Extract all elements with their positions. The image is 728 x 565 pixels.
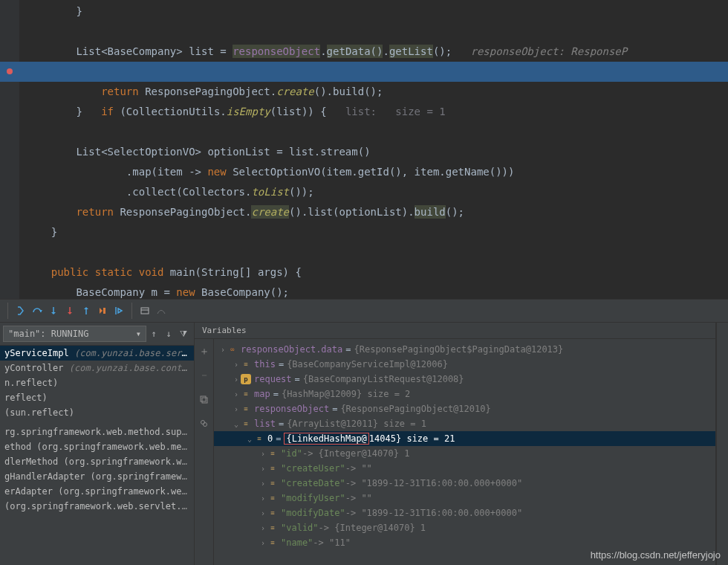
field-icon: ≡ (267, 537, 278, 548)
chevron-down-icon[interactable]: ⌄ (245, 435, 254, 443)
chevron-right-icon[interactable]: › (218, 346, 227, 354)
chevron-right-icon[interactable]: › (232, 375, 241, 384)
chevron-right-icon[interactable]: › (259, 509, 267, 517)
frame-row[interactable]: erAdapter (org.springframework.web.servl… (0, 484, 194, 499)
field-icon: ≡ (267, 478, 278, 488)
filter-icon[interactable]: ⧩ (176, 329, 191, 339)
variable-row[interactable]: ›≡"valid" -> {Integer@14070} 1 (214, 520, 715, 535)
chevron-right-icon[interactable]: › (232, 361, 241, 369)
prev-frame-icon[interactable]: ↑ (146, 329, 161, 339)
frame-row[interactable]: (org.springframework.web.servlet.mvc.met… (0, 499, 194, 514)
run-to-cursor-icon[interactable] (111, 303, 127, 319)
frame-row[interactable]: ethod (org.springframework.web.method.su (0, 439, 194, 454)
right-strip (716, 323, 728, 565)
variables-title: Variables (195, 323, 715, 339)
evaluate-icon[interactable] (137, 303, 153, 319)
code-line: } (0, 102, 728, 122)
variable-row[interactable]: ›≡this = {BaseCompanyServiceImpl@12006} (214, 357, 715, 372)
svg-point-6 (201, 420, 205, 424)
variable-row[interactable]: ⌄≡0 = {LinkedHashMap@14045} size = 21 (214, 431, 715, 446)
code-line: List<SelectOptionVO> optionList = list.s… (0, 142, 728, 162)
variable-row[interactable]: ›≡"createDate" -> "1899-12-31T16:00:00.0… (214, 476, 715, 491)
code-line: .collect(Collectors.toList()); (0, 182, 728, 202)
chevron-right-icon[interactable]: › (259, 524, 267, 532)
add-watch-icon[interactable]: ＋ (196, 343, 212, 360)
variable-row[interactable]: ›∞responseObject.data = {ResponsePagingO… (214, 342, 715, 357)
variable-row[interactable]: ›prequest = {BaseCompanyListRequest@1200… (214, 372, 715, 387)
step-into-icon[interactable] (45, 303, 62, 319)
code-line: } (0, 1, 728, 22)
chevron-right-icon[interactable]: › (259, 494, 267, 503)
variable-row[interactable]: ›≡responseObject = {ResponsePagingObject… (214, 401, 715, 416)
frame-row[interactable]: yServiceImpl (com.yunzai.base.service.im… (0, 346, 194, 361)
step-out-icon[interactable] (78, 303, 94, 319)
force-step-into-icon[interactable] (62, 303, 78, 319)
copy-icon[interactable] (196, 391, 212, 407)
code-line (0, 122, 728, 142)
field-icon: ≡ (267, 523, 278, 533)
frame-row[interactable]: yController (com.yunzai.base.controller) (0, 361, 194, 375)
code-line (0, 242, 728, 262)
remove-watch-icon[interactable]: － (196, 367, 212, 384)
param-icon: p (241, 374, 251, 384)
drop-frame-icon[interactable] (94, 303, 111, 319)
field-icon: ≡ (254, 433, 264, 444)
code-line: return ResponsePagingObject.create().bui… (0, 82, 728, 102)
svg-point-0 (7, 68, 13, 74)
svg-point-7 (204, 422, 207, 426)
code-line: .map(item -> new SelectOptionVO(item.get… (0, 162, 728, 182)
chevron-right-icon[interactable]: › (259, 480, 267, 488)
frame-row[interactable]: rg.springframework.web.method.support) (0, 424, 194, 439)
code-editor[interactable]: } List<BaseCompany> list = responseObjec… (0, 0, 728, 299)
field-icon: ≡ (267, 463, 278, 474)
next-frame-icon[interactable]: ↓ (161, 329, 176, 339)
code-line: } (0, 222, 728, 242)
step-over-icon[interactable] (29, 303, 45, 319)
field-icon: ≡ (267, 493, 278, 503)
watermark: https://blog.csdn.net/jefferyjojo (591, 549, 721, 561)
variable-row[interactable]: ›≡"createUser" -> "" (214, 461, 715, 476)
frame-row[interactable]: dlerMethod (org.springframework.web.serv (0, 454, 194, 469)
code-line: return ResponsePagingObject.create().lis… (0, 202, 728, 222)
frame-row[interactable]: (sun.reflect) (0, 405, 194, 420)
field-icon: ≡ (267, 448, 278, 459)
chevron-right-icon[interactable]: › (259, 450, 267, 458)
chevron-right-icon[interactable]: › (232, 405, 241, 413)
variables-pane: Variables ＋ － ›∞responseObject.data = {R… (195, 323, 716, 565)
chevron-right-icon[interactable]: › (259, 539, 267, 547)
glasses-icon: ∞ (227, 344, 238, 355)
chevron-down-icon[interactable]: ⌄ (232, 420, 241, 428)
field-icon: ≡ (241, 359, 251, 369)
frame-row[interactable]: n.reflect) (0, 375, 194, 390)
frame-row[interactable]: gHandlerAdapter (org.springframework.we (0, 469, 194, 484)
chevron-right-icon[interactable]: › (232, 390, 241, 398)
svg-rect-1 (103, 308, 105, 314)
debug-panel: "main": RUNNING ▾ ↑ ↓ ⧩ yServiceImpl (co… (0, 323, 728, 565)
breakpoint-icon[interactable] (6, 68, 13, 75)
variable-row[interactable]: ›≡"modifyDate" -> "1899-12-31T16:00:00.0… (214, 506, 715, 520)
variables-tree[interactable]: ›∞responseObject.data = {ResponsePagingO… (214, 339, 715, 565)
chevron-right-icon[interactable]: › (259, 465, 267, 473)
variable-row[interactable]: ›≡map = {HashMap@12009} size = 2 (214, 387, 715, 401)
chevron-down-icon: ▾ (136, 329, 141, 339)
variables-sidebar: ＋ － (195, 339, 214, 565)
current-exec-line: if (CollectionUtils.isEmpty(list)) { lis… (0, 62, 728, 82)
thread-selector[interactable]: "main": RUNNING ▾ (3, 326, 146, 342)
frames-pane: "main": RUNNING ▾ ↑ ↓ ⧩ yServiceImpl (co… (0, 323, 195, 565)
svg-rect-5 (202, 398, 207, 403)
trace-icon[interactable] (153, 303, 169, 319)
frames-list[interactable]: yServiceImpl (com.yunzai.base.service.im… (0, 346, 194, 514)
code-line: BaseCompany m = new BaseCompany(); (0, 282, 728, 303)
show-exec-point-icon[interactable] (13, 303, 29, 319)
variable-row[interactable]: ›≡"modifyUser" -> "" (214, 491, 715, 506)
variable-row[interactable]: ›≡"id" -> {Integer@14070} 1 (214, 446, 715, 461)
svg-rect-2 (141, 308, 149, 314)
frame-row[interactable]: reflect) (0, 390, 194, 405)
code-line: List<BaseCompany> list = responseObject.… (0, 42, 728, 62)
watches-icon[interactable] (196, 415, 212, 431)
variable-row[interactable]: ⌄≡list = {ArrayList@12011} size = 1 (214, 416, 715, 431)
thread-label: "main": RUNNING (8, 329, 88, 339)
svg-rect-4 (201, 396, 206, 401)
variable-row[interactable]: ›≡"name" -> "11" (214, 535, 715, 550)
code-line (0, 22, 728, 42)
